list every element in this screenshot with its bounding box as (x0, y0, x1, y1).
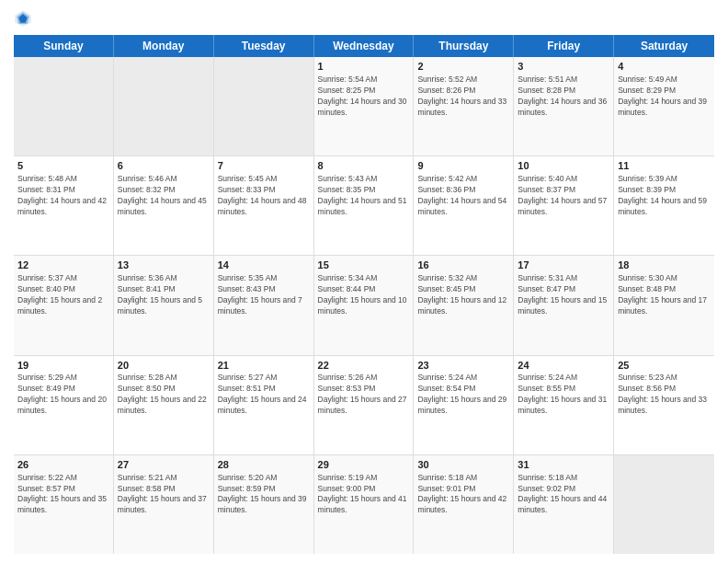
day-number: 20 (118, 359, 210, 373)
cell-info: Sunrise: 5:49 AMSunset: 8:29 PMDaylight:… (618, 75, 711, 119)
day-number: 10 (518, 159, 609, 173)
header (14, 9, 714, 28)
cell-info: Sunrise: 5:54 AMSunset: 8:25 PMDaylight:… (318, 75, 410, 119)
cell-info: Sunrise: 5:48 AMSunset: 8:31 PMDaylight:… (17, 174, 109, 218)
weekday-header-monday: Monday (114, 35, 214, 57)
calendar-week-5: 26Sunrise: 5:22 AMSunset: 8:57 PMDayligh… (14, 455, 714, 554)
cell-info: Sunrise: 5:36 AMSunset: 8:41 PMDaylight:… (118, 273, 210, 317)
cell-info: Sunrise: 5:32 AMSunset: 8:45 PMDaylight:… (417, 273, 509, 317)
table-row: 18Sunrise: 5:30 AMSunset: 8:48 PMDayligh… (614, 256, 714, 354)
table-row: 19Sunrise: 5:29 AMSunset: 8:49 PMDayligh… (14, 356, 114, 454)
cell-info: Sunrise: 5:24 AMSunset: 8:54 PMDaylight:… (417, 373, 509, 417)
table-row: 20Sunrise: 5:28 AMSunset: 8:50 PMDayligh… (114, 356, 214, 454)
cell-info: Sunrise: 5:52 AMSunset: 8:26 PMDaylight:… (417, 75, 509, 119)
cell-info: Sunrise: 5:29 AMSunset: 8:49 PMDaylight:… (17, 373, 109, 417)
cell-info: Sunrise: 5:19 AMSunset: 9:00 PMDaylight:… (318, 473, 410, 517)
day-number: 29 (318, 458, 410, 472)
cell-info: Sunrise: 5:43 AMSunset: 8:35 PMDaylight:… (318, 174, 410, 218)
cell-info: Sunrise: 5:39 AMSunset: 8:39 PMDaylight:… (618, 174, 711, 218)
calendar-week-1: 1Sunrise: 5:54 AMSunset: 8:25 PMDaylight… (14, 57, 714, 156)
table-row (114, 57, 214, 155)
table-row: 13Sunrise: 5:36 AMSunset: 8:41 PMDayligh… (114, 256, 214, 354)
cell-info: Sunrise: 5:45 AMSunset: 8:33 PMDaylight:… (218, 174, 310, 218)
day-number: 17 (518, 259, 609, 272)
cell-info: Sunrise: 5:42 AMSunset: 8:36 PMDaylight:… (417, 174, 509, 218)
table-row: 15Sunrise: 5:34 AMSunset: 8:44 PMDayligh… (314, 256, 415, 354)
cell-info: Sunrise: 5:26 AMSunset: 8:53 PMDaylight:… (318, 373, 410, 417)
table-row: 23Sunrise: 5:24 AMSunset: 8:54 PMDayligh… (414, 356, 514, 454)
table-row: 25Sunrise: 5:23 AMSunset: 8:56 PMDayligh… (614, 356, 714, 454)
calendar: SundayMondayTuesdayWednesdayThursdayFrid… (14, 35, 714, 554)
table-row: 28Sunrise: 5:20 AMSunset: 8:59 PMDayligh… (214, 455, 314, 554)
calendar-body: 1Sunrise: 5:54 AMSunset: 8:25 PMDaylight… (14, 57, 714, 554)
table-row: 12Sunrise: 5:37 AMSunset: 8:40 PMDayligh… (14, 256, 114, 354)
day-number: 15 (318, 259, 410, 272)
table-row: 11Sunrise: 5:39 AMSunset: 8:39 PMDayligh… (614, 156, 714, 255)
cell-info: Sunrise: 5:37 AMSunset: 8:40 PMDaylight:… (17, 273, 109, 317)
day-number: 25 (618, 359, 711, 373)
cell-info: Sunrise: 5:46 AMSunset: 8:32 PMDaylight:… (118, 174, 210, 218)
table-row: 2Sunrise: 5:52 AMSunset: 8:26 PMDaylight… (414, 57, 514, 155)
table-row: 8Sunrise: 5:43 AMSunset: 8:35 PMDaylight… (314, 156, 415, 255)
cell-info: Sunrise: 5:24 AMSunset: 8:55 PMDaylight:… (518, 373, 609, 417)
calendar-week-4: 19Sunrise: 5:29 AMSunset: 8:49 PMDayligh… (14, 356, 714, 455)
table-row: 4Sunrise: 5:49 AMSunset: 8:29 PMDaylight… (614, 57, 714, 155)
day-number: 6 (118, 159, 210, 173)
table-row: 31Sunrise: 5:18 AMSunset: 9:02 PMDayligh… (514, 455, 614, 554)
table-row: 6Sunrise: 5:46 AMSunset: 8:32 PMDaylight… (114, 156, 214, 255)
cell-info: Sunrise: 5:51 AMSunset: 8:28 PMDaylight:… (518, 75, 609, 119)
table-row: 3Sunrise: 5:51 AMSunset: 8:28 PMDaylight… (514, 57, 614, 155)
table-row (614, 455, 714, 554)
day-number: 19 (17, 359, 109, 373)
table-row: 22Sunrise: 5:26 AMSunset: 8:53 PMDayligh… (314, 356, 415, 454)
table-row: 24Sunrise: 5:24 AMSunset: 8:55 PMDayligh… (514, 356, 614, 454)
logo-icon (14, 9, 32, 28)
cell-info: Sunrise: 5:18 AMSunset: 9:02 PMDaylight:… (518, 473, 609, 517)
cell-info: Sunrise: 5:22 AMSunset: 8:57 PMDaylight:… (17, 473, 109, 517)
day-number: 5 (17, 159, 109, 173)
day-number: 22 (318, 359, 410, 373)
cell-info: Sunrise: 5:18 AMSunset: 9:01 PMDaylight:… (417, 473, 509, 517)
day-number: 16 (417, 259, 509, 272)
day-number: 21 (218, 359, 310, 373)
table-row: 26Sunrise: 5:22 AMSunset: 8:57 PMDayligh… (14, 455, 114, 554)
day-number: 27 (118, 458, 210, 472)
table-row: 21Sunrise: 5:27 AMSunset: 8:51 PMDayligh… (214, 356, 314, 454)
day-number: 4 (618, 60, 711, 74)
table-row (14, 57, 114, 155)
table-row: 17Sunrise: 5:31 AMSunset: 8:47 PMDayligh… (514, 256, 614, 354)
day-number: 7 (218, 159, 310, 173)
calendar-header: SundayMondayTuesdayWednesdayThursdayFrid… (14, 35, 714, 57)
cell-info: Sunrise: 5:40 AMSunset: 8:37 PMDaylight:… (518, 174, 609, 218)
day-number: 13 (118, 259, 210, 272)
cell-info: Sunrise: 5:35 AMSunset: 8:43 PMDaylight:… (218, 273, 310, 317)
table-row: 30Sunrise: 5:18 AMSunset: 9:01 PMDayligh… (414, 455, 514, 554)
day-number: 2 (417, 60, 509, 74)
day-number: 3 (518, 60, 609, 74)
table-row (214, 57, 314, 155)
day-number: 24 (518, 359, 609, 373)
cell-info: Sunrise: 5:31 AMSunset: 8:47 PMDaylight:… (518, 273, 609, 317)
calendar-week-2: 5Sunrise: 5:48 AMSunset: 8:31 PMDaylight… (14, 156, 714, 256)
weekday-header-friday: Friday (514, 35, 614, 57)
day-number: 26 (17, 458, 109, 472)
cell-info: Sunrise: 5:30 AMSunset: 8:48 PMDaylight:… (618, 273, 711, 317)
cell-info: Sunrise: 5:28 AMSunset: 8:50 PMDaylight:… (118, 373, 210, 417)
weekday-header-tuesday: Tuesday (214, 35, 314, 57)
weekday-header-wednesday: Wednesday (314, 35, 415, 57)
table-row: 5Sunrise: 5:48 AMSunset: 8:31 PMDaylight… (14, 156, 114, 255)
day-number: 28 (218, 458, 310, 472)
cell-info: Sunrise: 5:34 AMSunset: 8:44 PMDaylight:… (318, 273, 410, 317)
cell-info: Sunrise: 5:23 AMSunset: 8:56 PMDaylight:… (618, 373, 711, 417)
table-row: 16Sunrise: 5:32 AMSunset: 8:45 PMDayligh… (414, 256, 514, 354)
table-row: 7Sunrise: 5:45 AMSunset: 8:33 PMDaylight… (214, 156, 314, 255)
weekday-header-thursday: Thursday (414, 35, 514, 57)
cell-info: Sunrise: 5:21 AMSunset: 8:58 PMDaylight:… (118, 473, 210, 517)
weekday-header-saturday: Saturday (614, 35, 714, 57)
table-row: 10Sunrise: 5:40 AMSunset: 8:37 PMDayligh… (514, 156, 614, 255)
calendar-week-3: 12Sunrise: 5:37 AMSunset: 8:40 PMDayligh… (14, 256, 714, 355)
day-number: 12 (17, 259, 109, 272)
table-row: 27Sunrise: 5:21 AMSunset: 8:58 PMDayligh… (114, 455, 214, 554)
day-number: 23 (417, 359, 509, 373)
page: SundayMondayTuesdayWednesdayThursdayFrid… (0, 0, 728, 563)
